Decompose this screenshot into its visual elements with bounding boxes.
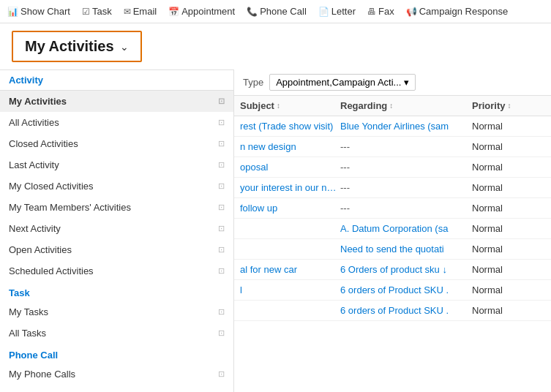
appointment-label: Appointment	[181, 6, 235, 17]
col-label: Regarding	[340, 100, 387, 111]
title-row[interactable]: My Activities ⌄	[12, 31, 142, 62]
cell-regarding[interactable]: A. Datum Corporation (sa	[340, 223, 472, 234]
panel-item-label: My Activities	[9, 96, 67, 107]
pin-icon: ⊡	[218, 160, 225, 170]
filter-label: Type	[243, 77, 263, 88]
task-items: My Tasks⊡All Tasks⊡	[0, 301, 233, 344]
table-row: Need to send the quotati Normal	[234, 239, 551, 260]
table-header: Subject↕Regarding↕Priority↕	[234, 96, 551, 116]
campaign-response-label: Campaign Response	[419, 6, 508, 17]
toolbar-item-email[interactable]: ✉Email	[119, 3, 162, 20]
cell-priority: Normal	[472, 284, 545, 295]
cell-priority: Normal	[472, 141, 545, 152]
table-row: n new design --- Normal	[234, 137, 551, 157]
phone-panel-item[interactable]: My Phone Calls⊡	[0, 363, 233, 385]
panel-item-label: Closed Activities	[9, 138, 78, 149]
pin-icon: ⊡	[218, 97, 225, 106]
sort-icon: ↕	[389, 102, 393, 110]
task-icon: ☑	[82, 7, 90, 17]
phone-section-title: Phone Call	[0, 344, 233, 363]
cell-regarding: ---	[340, 141, 472, 152]
task-panel-item[interactable]: My Tasks⊡	[0, 301, 233, 323]
panel-item[interactable]: My Closed Activities⊡	[0, 176, 233, 197]
panel-header: Activity	[0, 70, 233, 91]
toolbar-item-letter[interactable]: 📄Letter	[314, 3, 360, 20]
toolbar-item-appointment[interactable]: 📅Appointment	[164, 3, 239, 20]
toolbar: 📊Show Chart☑Task✉Email📅Appointment📞Phone…	[0, 0, 551, 23]
task-panel-item[interactable]: All Tasks⊡	[0, 323, 233, 344]
cell-regarding: ---	[340, 182, 472, 193]
table-area: Type Appointment,Campaign Acti... ▾ Subj…	[234, 69, 551, 392]
cell-regarding[interactable]: 6 orders of Product SKU .	[340, 305, 472, 316]
col-header-subject[interactable]: Subject↕	[240, 100, 340, 111]
cell-subject[interactable]: oposal	[240, 162, 340, 173]
col-header-regarding[interactable]: Regarding↕	[340, 100, 472, 111]
show-chart-icon: 📊	[7, 7, 18, 17]
col-header-priority[interactable]: Priority↕	[472, 100, 545, 111]
table-row: 6 orders of Product SKU . Normal	[234, 301, 551, 321]
cell-priority: Normal	[472, 182, 545, 193]
panel-item-label: All Tasks	[9, 328, 46, 339]
email-icon: ✉	[124, 7, 131, 17]
table-row: follow up --- Normal	[234, 198, 551, 219]
cell-subject[interactable]: al for new car	[240, 264, 340, 275]
panel-item[interactable]: Last Activity⊡	[0, 154, 233, 176]
panel-item[interactable]: Scheduled Activities⊡	[0, 260, 233, 282]
letter-icon: 📄	[318, 7, 329, 17]
cell-priority: Normal	[472, 121, 545, 132]
panel-item[interactable]: All Activities⊡	[0, 112, 233, 133]
filter-dropdown[interactable]: Appointment,Campaign Acti... ▾	[269, 74, 416, 91]
panel-item-label: Next Activity	[9, 223, 61, 234]
pin-icon: ⊡	[218, 245, 225, 255]
panel-item-label: Scheduled Activities	[9, 265, 94, 276]
panel-item[interactable]: Next Activity⊡	[0, 218, 233, 239]
cell-subject[interactable]: follow up	[240, 203, 340, 214]
filter-value: Appointment,Campaign Acti...	[276, 77, 401, 88]
cell-subject[interactable]: your interest in our new offering:	[240, 182, 340, 193]
appointment-icon: 📅	[168, 7, 179, 17]
panel-item[interactable]: My Activities⊡	[0, 91, 233, 112]
fax-icon: 🖷	[367, 7, 376, 17]
cell-priority: Normal	[472, 305, 545, 316]
panel-item[interactable]: Closed Activities⊡	[0, 133, 233, 154]
phone-items: My Phone Calls⊡All Phone Calls⊡	[0, 363, 233, 392]
toolbar-item-campaign-response[interactable]: 📢Campaign Response	[402, 3, 512, 20]
panel-item-label: My Team Members' Activities	[9, 202, 131, 213]
sort-icon: ↕	[277, 102, 280, 110]
task-section-title: Task	[0, 282, 233, 301]
phone-panel-item[interactable]: All Phone Calls⊡	[0, 385, 233, 392]
filter-chevron: ▾	[404, 77, 409, 88]
panel-item-label: Open Activities	[9, 244, 72, 255]
panel-item[interactable]: My Team Members' Activities⊡	[0, 197, 233, 218]
cell-regarding[interactable]: 6 orders of Product SKU .	[340, 284, 472, 295]
toolbar-item-task[interactable]: ☑Task	[78, 3, 116, 20]
panel-item-label: My Phone Calls	[9, 369, 75, 380]
toolbar-item-show-chart[interactable]: 📊Show Chart	[3, 3, 75, 20]
cell-subject[interactable]: l	[240, 284, 340, 295]
pin-icon: ⊡	[218, 203, 225, 212]
toolbar-item-phone-call[interactable]: 📞Phone Call	[242, 3, 311, 20]
page-title: My Activities	[25, 38, 114, 55]
table-row: rest (Trade show visit) Blue Yonder Airl…	[234, 116, 551, 137]
cell-regarding[interactable]: Need to send the quotati	[340, 244, 472, 255]
pin-icon: ⊡	[218, 139, 225, 148]
phone-call-icon: 📞	[247, 7, 258, 17]
cell-subject[interactable]: n new design	[240, 141, 340, 152]
table-row: A. Datum Corporation (sa Normal	[234, 219, 551, 239]
phone-call-label: Phone Call	[260, 6, 307, 17]
title-chevron[interactable]: ⌄	[120, 41, 129, 53]
cell-regarding[interactable]: Blue Yonder Airlines (sam	[340, 121, 472, 132]
cell-priority: Normal	[472, 223, 545, 234]
panel-items: My Activities⊡All Activities⊡Closed Acti…	[0, 91, 233, 282]
toolbar-item-fax[interactable]: 🖷Fax	[363, 3, 399, 20]
panel-item[interactable]: Open Activities⊡	[0, 239, 233, 260]
cell-subject[interactable]: rest (Trade show visit)	[240, 121, 340, 132]
email-label: Email	[133, 6, 157, 17]
col-label: Priority	[472, 100, 506, 111]
filter-row: Type Appointment,Campaign Acti... ▾	[234, 69, 551, 96]
letter-label: Letter	[331, 6, 356, 17]
cell-regarding[interactable]: 6 Orders of product sku ↓	[340, 264, 472, 275]
table-body: rest (Trade show visit) Blue Yonder Airl…	[234, 116, 551, 321]
fax-label: Fax	[378, 6, 394, 17]
panel-item-label: My Closed Activities	[9, 181, 94, 192]
